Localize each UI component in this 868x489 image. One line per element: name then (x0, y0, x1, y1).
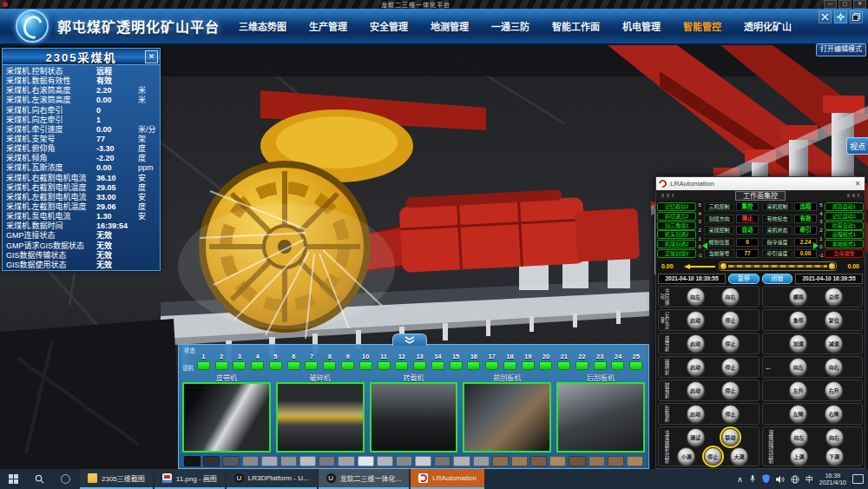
filmstrip-frame[interactable] (396, 456, 412, 466)
filmstrip-frame[interactable] (473, 456, 490, 466)
filmstrip-frame[interactable] (338, 456, 354, 466)
restore-window-icon[interactable] (850, 10, 863, 23)
control-button[interactable]: 向右 (721, 287, 740, 306)
filmstrip-frame[interactable] (280, 456, 297, 466)
filmstrip-frame[interactable] (319, 456, 335, 466)
channel-status-indicator[interactable] (251, 361, 264, 370)
control-button[interactable]: 向右 (825, 428, 844, 446)
control-button[interactable]: 左降 (789, 405, 807, 423)
channel-status-indicator[interactable] (215, 361, 228, 370)
control-button[interactable]: 复位 (825, 311, 843, 329)
microphone-icon[interactable] (749, 474, 756, 484)
camera-feed-thumbnail[interactable] (463, 382, 551, 453)
control-button[interactable]: 总停 (825, 287, 843, 306)
control-button[interactable]: 启动 (687, 405, 705, 423)
control-button[interactable]: 向左 (687, 287, 705, 306)
mode-button[interactable]: 正常割煤2 (657, 249, 696, 258)
control-button[interactable]: 启动 (687, 311, 705, 329)
control-button[interactable]: 停止 (721, 334, 740, 353)
shield-icon[interactable] (762, 474, 770, 484)
channel-status-indicator[interactable] (323, 361, 336, 370)
mode-button[interactable]: 喷雾自动1 (825, 221, 864, 230)
control-button[interactable]: 右升 (825, 381, 843, 400)
ime-indicator[interactable]: 中 (806, 473, 813, 485)
channel-status-indicator[interactable] (503, 361, 516, 370)
control-button[interactable]: 启动 (687, 381, 705, 400)
channel-status-indicator[interactable] (341, 361, 354, 370)
control-button[interactable]: 停止 (721, 381, 740, 400)
nav-menu-item[interactable]: 地测管理 (431, 19, 469, 33)
filmstrip-frame[interactable] (222, 456, 239, 466)
filmstrip-frame[interactable] (184, 456, 201, 466)
close-icon[interactable]: ✕ (852, 179, 863, 188)
start-button[interactable] (0, 469, 26, 489)
filmstrip-frame[interactable] (299, 456, 316, 466)
speaker-icon[interactable] (776, 475, 785, 484)
cortana-button[interactable] (52, 469, 78, 489)
filmstrip-frame[interactable] (511, 456, 528, 466)
control-button[interactable]: 向左 (789, 358, 807, 376)
taskbar-app[interactable]: 龙软二三维一体化... (319, 469, 410, 489)
taskbar-clock[interactable]: 16:39 2021/4/10 (819, 472, 846, 486)
collapse-chevron-tab[interactable] (392, 334, 427, 346)
taskbar-app[interactable]: 11.png - 画图 (155, 469, 225, 489)
lock-pill-button[interactable]: 闭锁 (762, 274, 793, 284)
search-button[interactable] (26, 469, 52, 489)
channel-status-indicator[interactable] (413, 361, 426, 370)
channel-status-indicator[interactable] (522, 361, 535, 370)
control-button[interactable]: 向左 (790, 428, 808, 446)
mode-button[interactable]: 记忆自动1 (825, 212, 864, 221)
filmstrip-frame[interactable] (415, 456, 431, 466)
filmstrip-frame[interactable] (530, 456, 547, 466)
taskbar-app[interactable]: LR3DPlatform - U... (227, 469, 317, 489)
channel-status-indicator[interactable] (269, 361, 282, 370)
filmstrip-frame[interactable] (377, 456, 393, 466)
filmstrip-frame[interactable] (203, 456, 220, 466)
estop-alarm-button[interactable]: 急停报警 (825, 249, 864, 258)
control-button[interactable]: 小调 (677, 447, 695, 466)
channel-status-indicator[interactable] (485, 361, 498, 370)
control-button[interactable]: 调试 (687, 428, 705, 446)
channel-status-indicator[interactable] (557, 361, 570, 370)
filmstrip-frame[interactable] (492, 456, 509, 466)
filmstrip-frame[interactable] (434, 456, 450, 466)
channel-status-indicator[interactable] (378, 361, 391, 370)
channel-status-indicator[interactable] (575, 361, 589, 370)
minimize-button[interactable]: — (824, 0, 837, 9)
notification-center-icon[interactable] (852, 474, 864, 484)
camera-feed-thumbnail[interactable] (182, 382, 271, 453)
filmstrip-frame[interactable] (627, 456, 643, 466)
mode-button[interactable]: 斜切进刀2 (657, 212, 696, 221)
channel-status-indicator[interactable] (467, 361, 480, 370)
channel-status-indicator[interactable] (287, 361, 300, 370)
camera-feed-thumbnail[interactable] (370, 382, 458, 453)
mode-button[interactable]: 调高自动1 (825, 202, 864, 211)
nav-menu-item[interactable]: 三维态势图 (239, 19, 286, 33)
control-button[interactable]: 右降 (825, 405, 843, 423)
mode-button[interactable]: 机尾割通2 (657, 240, 696, 248)
filmstrip-frame[interactable] (261, 456, 278, 466)
channel-status-indicator[interactable] (594, 361, 607, 370)
control-button[interactable]: 联动 (721, 428, 740, 446)
control-button[interactable]: 上调 (790, 447, 808, 466)
control-button[interactable]: 向右 (825, 358, 843, 376)
control-button[interactable]: 启动 (687, 334, 705, 353)
control-button[interactable]: 加速 (789, 334, 807, 353)
control-button[interactable]: 减速 (825, 334, 843, 353)
network-globe-icon[interactable] (791, 475, 799, 484)
gear-icon[interactable] (834, 10, 847, 23)
nav-menu-item[interactable]: 安全管理 (370, 19, 408, 33)
control-button[interactable]: 停止 (704, 447, 722, 466)
control-button[interactable]: 停止 (721, 311, 740, 329)
channel-status-indicator[interactable] (305, 361, 318, 370)
mode-button[interactable]: 机头割通2 (657, 230, 696, 239)
nav-menu-item[interactable]: 智能管控 (683, 19, 721, 33)
channel-status-indicator[interactable] (197, 361, 210, 370)
nav-menu-item[interactable]: 一通三防 (491, 19, 529, 33)
mode-button[interactable]: 记忆截割2 (657, 202, 696, 211)
mode-button[interactable]: 割三角煤2 (657, 221, 696, 230)
control-button[interactable]: 大调 (730, 447, 748, 466)
channel-status-indicator[interactable] (539, 361, 552, 370)
filmstrip-frame[interactable] (242, 456, 259, 466)
control-button[interactable]: 急停 (789, 311, 807, 329)
